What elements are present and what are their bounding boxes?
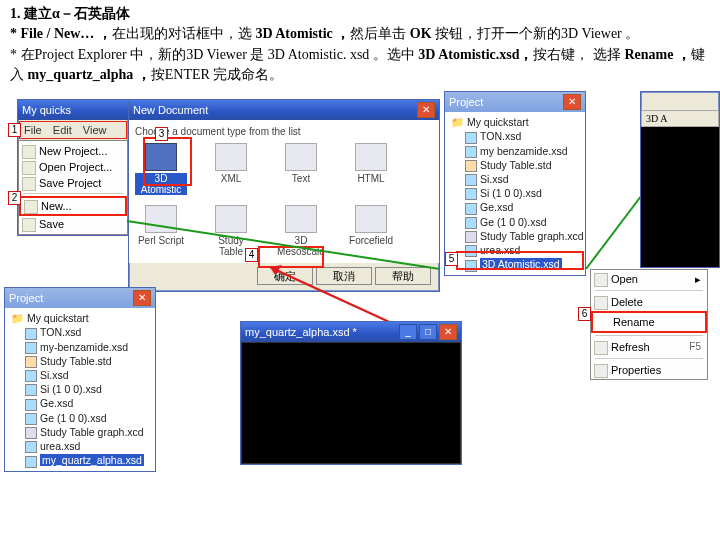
ctx-rename[interactable]: Rename: [591, 311, 707, 333]
menu-edit[interactable]: Edit: [53, 124, 72, 136]
tree-item[interactable]: Ge (1 0 0).xsd: [449, 215, 581, 229]
new-document-dialog: New Document ✕ Choose a document type fr…: [128, 99, 440, 292]
tree-item[interactable]: urea.xsd: [449, 243, 581, 257]
ctx-delete[interactable]: Delete: [591, 293, 707, 311]
new-icon: [24, 200, 38, 214]
app-menubar: File Edit View: [19, 121, 127, 139]
file-icon: [25, 370, 37, 382]
tree-item[interactable]: Study Table.std: [9, 354, 151, 368]
tree-item[interactable]: Study Table graph.xcd: [9, 425, 151, 439]
viewer-window: my_quartz_alpha.xsd * _ □ ✕: [240, 321, 462, 465]
file-new[interactable]: New...: [19, 196, 127, 216]
file-icon: [465, 132, 477, 144]
cancel-button[interactable]: 取消: [316, 267, 372, 285]
file-icon: [25, 328, 37, 340]
file-icon: [465, 217, 477, 229]
minimize-icon[interactable]: _: [399, 324, 417, 340]
doc-icon: [285, 143, 317, 171]
viewer-canvas[interactable]: [641, 127, 719, 267]
new-doc-title: New Document: [133, 104, 208, 116]
file-icon: [25, 413, 37, 425]
file-icon: [25, 427, 37, 439]
dialog-buttons: 确定 取消 帮助: [129, 263, 439, 291]
project2-tree: 📁 My quickstart TON.xsd my-benzamide.xsd…: [5, 308, 155, 470]
tree-item[interactable]: Si (1 0 0).xsd: [9, 382, 151, 396]
file-new-project[interactable]: New Project...: [19, 143, 127, 159]
viewer-tab[interactable]: 3D A: [641, 110, 719, 127]
tree-root[interactable]: 📁 My quickstart: [9, 311, 151, 325]
submenu-arrow-icon: ▸: [695, 273, 701, 286]
project1-titlebar: Project ✕: [445, 92, 585, 112]
tree-item[interactable]: Si (1 0 0).xsd: [449, 186, 581, 200]
tree-item[interactable]: Si.xsd: [9, 368, 151, 382]
file-save[interactable]: Save: [19, 216, 127, 232]
doc-type-perl[interactable]: Perl Script: [135, 205, 187, 257]
composite-figure: My quicks File Edit View New Project... …: [0, 91, 720, 501]
tree-root[interactable]: 📁 My quickstart: [449, 115, 581, 129]
ctx-refresh[interactable]: RefreshF5: [591, 338, 707, 356]
close-icon[interactable]: ✕: [439, 324, 457, 340]
tree-item-selected[interactable]: 3D Atomistic.xsd: [449, 257, 581, 271]
file-icon: [465, 160, 477, 172]
project2-title: Project: [9, 292, 43, 304]
doc-type-forcefield[interactable]: Forcefield: [345, 205, 397, 257]
close-icon[interactable]: ✕: [133, 290, 151, 306]
file-icon: [465, 260, 477, 272]
step-tag-6: 6: [578, 307, 591, 321]
doc-type-html[interactable]: HTML: [345, 143, 397, 195]
file-save-project[interactable]: Save Project: [19, 175, 127, 191]
tree-item[interactable]: Study Table.std: [449, 158, 581, 172]
file-icon: [465, 245, 477, 257]
delete-icon: [594, 296, 608, 310]
step-tag-3: 3: [155, 127, 168, 141]
tree-item[interactable]: urea.xsd: [9, 439, 151, 453]
separator: [595, 358, 703, 359]
doc-type-3d-atomistic[interactable]: 3D Atomistic: [135, 143, 187, 195]
tree-item[interactable]: TON.xsd: [449, 129, 581, 143]
tree-item[interactable]: Study Table graph.xcd: [449, 229, 581, 243]
menu-view[interactable]: View: [83, 124, 107, 136]
doc-type-text[interactable]: Text: [275, 143, 327, 195]
close-icon[interactable]: ✕: [563, 94, 581, 110]
tree-item[interactable]: Ge.xsd: [9, 396, 151, 410]
file-icon: [25, 399, 37, 411]
file-menu: New Project... Open Project... Save Proj…: [18, 140, 128, 235]
props-icon: [594, 364, 608, 378]
separator: [595, 290, 703, 291]
tree-item[interactable]: TON.xsd: [9, 325, 151, 339]
file-icon: [25, 356, 37, 368]
tree-item[interactable]: Ge.xsd: [449, 200, 581, 214]
step-tag-1: 1: [8, 123, 21, 137]
file-icon: [25, 441, 37, 453]
menu-file[interactable]: File: [24, 124, 42, 136]
ctx-properties[interactable]: Properties: [591, 361, 707, 379]
file-open-project[interactable]: Open Project...: [19, 159, 127, 175]
app-title: My quicks: [22, 104, 71, 116]
tree-item[interactable]: Si.xsd: [449, 172, 581, 186]
file-icon: [25, 342, 37, 354]
doc-type-xml[interactable]: XML: [205, 143, 257, 195]
tree-item[interactable]: my benzamide.xsd: [449, 144, 581, 158]
tree-item[interactable]: Ge (1 0 0).xsd: [9, 411, 151, 425]
instructions-block: 1. 建立α－石英晶体 * File / New… ，在出现的对话框中，选 3D…: [0, 0, 720, 89]
project1-title: Project: [449, 96, 483, 108]
viewer-canvas[interactable]: [241, 342, 461, 464]
save-icon: [22, 218, 36, 232]
ok-button[interactable]: 确定: [257, 267, 313, 285]
maximize-icon[interactable]: □: [419, 324, 437, 340]
ctx-open[interactable]: Open▸: [591, 270, 707, 288]
separator: [595, 335, 703, 336]
tree-item[interactable]: my-benzamide.xsd: [9, 340, 151, 354]
close-icon[interactable]: ✕: [417, 102, 435, 118]
save-icon: [22, 177, 36, 191]
project-panel-1: Project ✕ 📁 My quickstart TON.xsd my ben…: [444, 91, 586, 275]
doc-icon: [145, 143, 177, 171]
step-tag-5: 5: [445, 252, 458, 266]
doc-icon: [355, 143, 387, 171]
viewer-titlebar: my_quartz_alpha.xsd * _ □ ✕: [241, 322, 461, 342]
viewer-window-fragment: 3D A: [640, 91, 720, 268]
help-button[interactable]: 帮助: [375, 267, 431, 285]
tree-item-renamed[interactable]: my_quartz_alpha.xsd: [9, 453, 151, 467]
step-tag-4: 4: [245, 248, 258, 262]
doc-type-3d-mesoscale[interactable]: 3D Mesoscale: [275, 205, 327, 257]
